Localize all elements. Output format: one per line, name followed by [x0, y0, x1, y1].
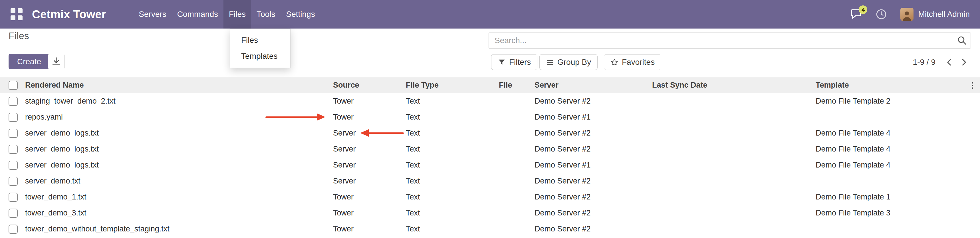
- col-file[interactable]: File: [499, 77, 535, 93]
- main-menu: Servers Commands Files Tools Settings: [133, 0, 320, 29]
- cell-template: Demo File Template 4: [816, 141, 969, 157]
- cell-source: Tower: [333, 205, 406, 221]
- col-template[interactable]: Template: [816, 77, 969, 93]
- bars-icon: [546, 58, 554, 66]
- table-row[interactable]: server_demo_logs.txt Server Text Demo Se…: [0, 157, 980, 173]
- messages-icon[interactable]: 4: [848, 6, 864, 22]
- menu-servers[interactable]: Servers: [133, 0, 172, 29]
- messages-count-badge: 4: [859, 5, 867, 14]
- menu-files[interactable]: Files: [223, 0, 251, 29]
- cell-file-type: Text: [406, 173, 499, 189]
- files-list-view: Rendered Name Source File Type File Serv…: [0, 77, 980, 237]
- download-icon: [51, 57, 61, 67]
- row-checkbox[interactable]: [9, 145, 18, 154]
- table-row[interactable]: server_demo.txt Server Text Demo Server …: [0, 173, 980, 189]
- cell-last-sync: [652, 205, 816, 221]
- top-navbar: Cetmix Tower Servers Commands Files Tool…: [0, 0, 980, 29]
- search-box: [488, 33, 971, 49]
- cell-file-type: Text: [406, 109, 499, 125]
- cell-template: [816, 221, 969, 237]
- column-options-icon[interactable]: ⋮: [969, 77, 980, 93]
- activities-icon[interactable]: [873, 6, 889, 22]
- menu-settings[interactable]: Settings: [280, 0, 320, 29]
- app-brand[interactable]: Cetmix Tower: [32, 8, 106, 21]
- row-checkbox[interactable]: [9, 113, 18, 122]
- pager-prev-icon[interactable]: [942, 55, 956, 69]
- cell-file: [499, 173, 535, 189]
- cell-rendered-name: server_demo_logs.txt: [25, 125, 333, 141]
- menu-tools[interactable]: Tools: [251, 0, 280, 29]
- user-menu[interactable]: Mitchell Admin: [899, 8, 971, 21]
- app-window: Cetmix Tower Servers Commands Files Tool…: [0, 0, 980, 238]
- table-row[interactable]: staging_tower_demo_2.txt Tower Text Demo…: [0, 93, 980, 109]
- cell-server: Demo Server #2: [535, 221, 652, 237]
- table-row[interactable]: tower_demo_3.txt Tower Text Demo Server …: [0, 205, 980, 221]
- cell-template: Demo File Template 2: [816, 93, 969, 109]
- cell-last-sync: [652, 157, 816, 173]
- col-last-sync[interactable]: Last Sync Date: [652, 77, 816, 93]
- cell-last-sync: [652, 173, 816, 189]
- cell-file-type: Text: [406, 141, 499, 157]
- cell-source: Server: [333, 141, 406, 157]
- cell-source: Tower: [333, 93, 406, 109]
- col-source[interactable]: Source: [333, 77, 406, 93]
- cell-server: Demo Server #2: [535, 93, 652, 109]
- cell-file-type: Text: [406, 189, 499, 205]
- apps-grid-icon[interactable]: [9, 6, 25, 22]
- cell-rendered-name: tower_demo_without_template_staging.txt: [25, 221, 333, 237]
- table-row[interactable]: server_demo_logs.txt Server Text Demo Se…: [0, 125, 980, 141]
- page-title: Files: [9, 30, 29, 41]
- favorites-button[interactable]: Favorites: [604, 54, 661, 70]
- dropdown-item-templates[interactable]: Templates: [230, 48, 290, 64]
- cell-file: [499, 125, 535, 141]
- search-icon[interactable]: [953, 33, 970, 48]
- cell-rendered-name: server_demo_logs.txt: [25, 141, 333, 157]
- table-row[interactable]: tower_demo_1.txt Tower Text Demo Server …: [0, 189, 980, 205]
- row-checkbox[interactable]: [9, 209, 18, 218]
- create-button[interactable]: Create: [9, 54, 50, 69]
- cell-server: Demo Server #2: [535, 141, 652, 157]
- col-server[interactable]: Server: [535, 77, 652, 93]
- row-checkbox[interactable]: [9, 161, 18, 170]
- groupby-button[interactable]: Group By: [539, 54, 598, 70]
- cell-file: [499, 205, 535, 221]
- cell-server: Demo Server #2: [535, 125, 652, 141]
- row-checkbox[interactable]: [9, 177, 18, 186]
- favorites-label: Favorites: [622, 58, 655, 67]
- cell-server: Demo Server #1: [535, 157, 652, 173]
- row-checkbox[interactable]: [9, 97, 18, 106]
- avatar: [900, 8, 913, 21]
- export-button[interactable]: [48, 54, 65, 69]
- cell-template: [816, 109, 969, 125]
- pager-next-icon[interactable]: [956, 55, 971, 69]
- cell-server: Demo Server #1: [535, 109, 652, 125]
- funnel-icon: [498, 58, 506, 66]
- cell-file: [499, 93, 535, 109]
- cell-server: Demo Server #2: [535, 189, 652, 205]
- star-icon: [611, 58, 619, 66]
- cell-file: [499, 189, 535, 205]
- row-checkbox[interactable]: [9, 225, 18, 234]
- filters-button[interactable]: Filters: [491, 54, 538, 70]
- user-name: Mitchell Admin: [918, 10, 970, 19]
- col-file-type[interactable]: File Type: [406, 77, 499, 93]
- cell-file-type: Text: [406, 157, 499, 173]
- select-all-checkbox[interactable]: [9, 81, 18, 90]
- table-row[interactable]: repos.yaml Tower Text Demo Server #1: [0, 109, 980, 125]
- cell-file: [499, 221, 535, 237]
- clock-icon: [875, 8, 887, 21]
- menu-commands[interactable]: Commands: [172, 0, 223, 29]
- col-rendered-name[interactable]: Rendered Name: [25, 77, 333, 93]
- pager-range: 1-9 / 9: [913, 58, 935, 67]
- cell-rendered-name: tower_demo_1.txt: [25, 189, 333, 205]
- cell-template: Demo File Template 1: [816, 189, 969, 205]
- filters-label: Filters: [509, 58, 531, 67]
- cell-file-type: Text: [406, 205, 499, 221]
- row-checkbox[interactable]: [9, 129, 18, 138]
- table-header-row: Rendered Name Source File Type File Serv…: [0, 77, 980, 93]
- table-row[interactable]: tower_demo_without_template_staging.txt …: [0, 221, 980, 237]
- dropdown-item-files[interactable]: Files: [230, 32, 290, 48]
- search-input[interactable]: [489, 36, 953, 45]
- table-row[interactable]: server_demo_logs.txt Server Text Demo Se…: [0, 141, 980, 157]
- row-checkbox[interactable]: [9, 193, 18, 202]
